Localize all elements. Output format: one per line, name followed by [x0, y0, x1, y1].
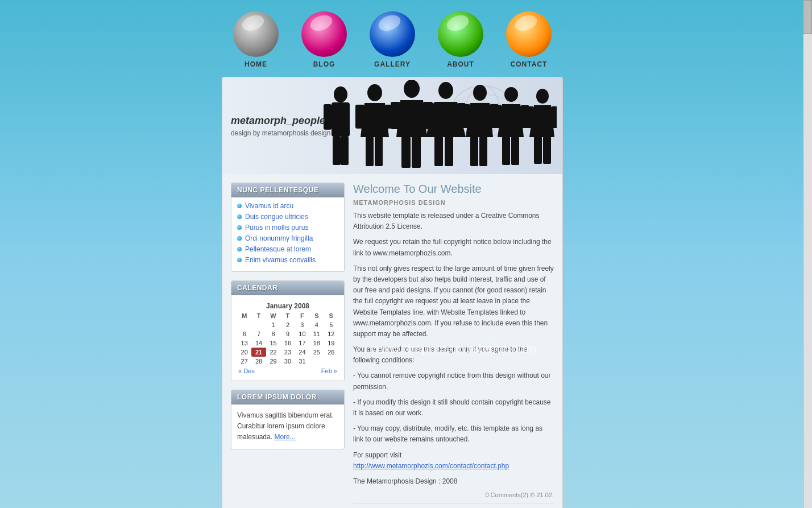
cal-cell[interactable]: 23	[280, 348, 295, 357]
cal-cell[interactable]: 10	[295, 329, 309, 338]
calendar-header: CALENDAR	[231, 281, 344, 295]
svg-rect-28	[434, 137, 443, 166]
cal-cell[interactable]: 17	[295, 338, 309, 348]
para-8: For support visit http://www.metamorphoz…	[353, 450, 554, 472]
svg-rect-22	[401, 137, 411, 168]
svg-rect-20	[391, 102, 400, 129]
link-item-2: Purus in mollis purus	[237, 224, 338, 232]
cal-cell[interactable]: 28	[251, 357, 266, 366]
cal-cell[interactable]: 19	[324, 338, 338, 348]
svg-point-12	[367, 84, 382, 101]
sidebar-link-0[interactable]: Vivamus id arcu	[245, 202, 293, 210]
para-7: - You may copy, distribute, modify, etc.…	[353, 423, 554, 445]
svg-marker-13	[361, 103, 389, 137]
cal-cell[interactable]: 27	[237, 357, 251, 366]
para-9: The Metamorphosis Design : 2008	[353, 476, 554, 487]
nunc-header: NUNC PELLENTESQUE	[231, 183, 344, 197]
cal-cell[interactable]: 11	[309, 329, 324, 338]
cal-cell[interactable]: 22	[266, 348, 280, 357]
link-item-0: Vivamus id arcu	[237, 202, 338, 210]
para-6: - If you modify this design it still sho…	[353, 397, 554, 419]
link-dot-0	[237, 204, 242, 208]
link-dot-2	[237, 225, 242, 230]
nav-label-gallery: GALLERY	[374, 60, 411, 68]
cal-cell[interactable]: 25	[309, 348, 324, 357]
para-3: This not only gives respect to the large…	[353, 263, 554, 340]
cal-cell[interactable]: 31	[295, 357, 309, 366]
cal-cell[interactable]: 18	[309, 338, 324, 348]
nav-label-blog: BLOG	[313, 60, 335, 68]
svg-point-24	[438, 82, 453, 99]
cal-cell[interactable]: 21	[251, 348, 266, 357]
para-2: We request you retain the full copyright…	[353, 237, 554, 258]
svg-rect-45	[551, 106, 557, 128]
link-dot-5	[237, 258, 242, 262]
cal-cell	[309, 357, 324, 366]
site-title: metamorph_people	[231, 115, 330, 127]
link-dot-4	[237, 247, 242, 251]
sidebar-link-4[interactable]: Pellentesque at lorem	[245, 245, 311, 253]
nav-label-home: HOME	[245, 60, 267, 68]
sidebar-link-1[interactable]: Duis congue ultricies	[245, 213, 308, 221]
nav-item-gallery[interactable]: GALLERY	[370, 11, 415, 68]
cal-cell[interactable]: 9	[280, 329, 295, 338]
cal-cell[interactable]: 5	[324, 320, 338, 329]
cal-cell	[324, 357, 338, 366]
cal-header: S	[309, 311, 324, 320]
cal-cell[interactable]: 16	[280, 338, 295, 348]
calendar-box: CALENDAR January 2008 MTWTFSS12345678910…	[231, 280, 345, 381]
left-sidebar: NUNC PELLENTESQUE Vivamus id arcuDuis co…	[231, 183, 345, 508]
navigation: HOMEBLOGGALLERYABOUTCONTACT	[222, 6, 563, 71]
cal-cell	[251, 320, 266, 329]
nav-label-contact: CONTACT	[511, 60, 548, 68]
svg-rect-32	[461, 104, 470, 128]
link-item-3: Orci nonummy fringilla	[237, 234, 338, 242]
sidebar-link-5[interactable]: Enim vivamus convallis	[245, 256, 316, 264]
calendar-nav: « Des Feb »	[237, 366, 338, 376]
svg-rect-41	[511, 137, 519, 165]
right-content: Welcome To Our Website METAMORPHOSIS DES…	[353, 183, 554, 508]
metamorphosis-subtitle: METAMORPHOSIS DESIGN	[353, 199, 554, 206]
cal-cell[interactable]: 14	[251, 338, 266, 348]
cal-cell[interactable]: 12	[324, 329, 338, 338]
cal-header: T	[251, 311, 266, 320]
calendar-month: January 2008	[237, 300, 338, 311]
nav-ball-blog	[301, 11, 347, 57]
calendar-prev[interactable]: « Des	[238, 367, 255, 374]
nav-item-about[interactable]: ABOUT	[438, 11, 483, 68]
cal-cell[interactable]: 29	[266, 357, 280, 366]
two-column-layout: NUNC PELLENTESQUE Vivamus id arcuDuis co…	[222, 174, 562, 508]
links-container: Vivamus id arcuDuis congue ultriciesPuru…	[231, 197, 344, 271]
nav-item-home[interactable]: HOME	[233, 11, 279, 68]
calendar-next[interactable]: Feb »	[321, 367, 337, 374]
cal-header: S	[324, 311, 338, 320]
cal-cell[interactable]: 8	[266, 329, 280, 338]
cal-cell[interactable]: 2	[280, 320, 295, 329]
lorem-more-link[interactable]: More...	[274, 433, 295, 441]
calendar-table: MTWTFSS123456789101112131415161718192021…	[237, 311, 338, 366]
nav-item-contact[interactable]: CONTACT	[506, 11, 552, 68]
sidebar-link-2[interactable]: Purus in mollis purus	[245, 224, 308, 232]
svg-rect-44	[525, 106, 534, 128]
svg-rect-11	[341, 137, 349, 165]
link-item-4: Pellentesque at lorem	[237, 245, 338, 253]
calendar-content: January 2008 MTWTFSS12345678910111213141…	[231, 295, 344, 381]
cal-cell	[237, 320, 251, 329]
svg-rect-23	[412, 137, 421, 168]
cal-cell[interactable]: 15	[266, 338, 280, 348]
link-item-1: Duis congue ultricies	[237, 213, 338, 221]
cal-cell[interactable]: 4	[309, 320, 324, 329]
cal-cell[interactable]: 30	[280, 357, 295, 366]
para-5: - You cannot remove copyright notice fro…	[353, 370, 554, 392]
cal-cell[interactable]: 6	[237, 329, 251, 338]
nav-item-blog[interactable]: BLOG	[301, 11, 347, 68]
cal-header: W	[266, 311, 280, 320]
cal-cell[interactable]: 24	[295, 348, 309, 357]
cal-cell[interactable]: 7	[251, 329, 266, 338]
cal-cell[interactable]: 3	[295, 320, 309, 329]
cal-cell[interactable]: 13	[237, 338, 251, 348]
cal-cell[interactable]: 26	[324, 348, 338, 357]
cal-cell[interactable]: 1	[266, 320, 280, 329]
sidebar-link-3[interactable]: Orci nonummy fringilla	[245, 234, 313, 242]
cal-cell[interactable]: 20	[237, 348, 251, 357]
